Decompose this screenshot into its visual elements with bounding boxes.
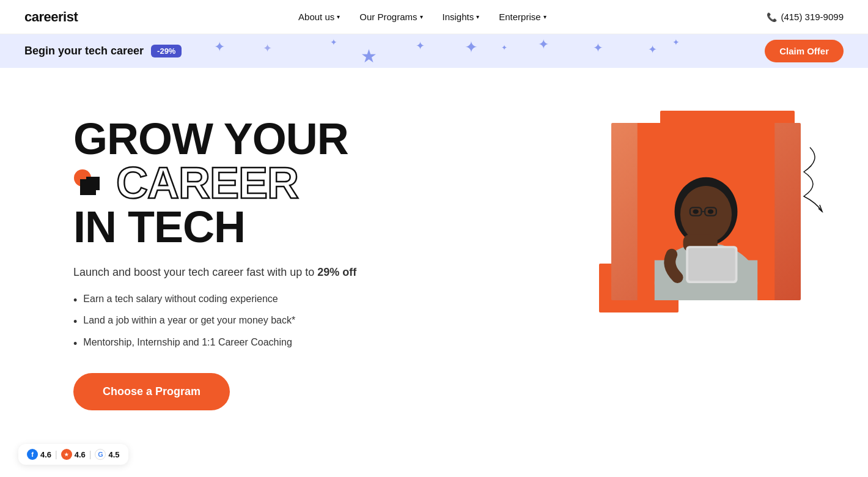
chevron-down-icon: ▾	[337, 13, 340, 20]
facebook-rating: f 4.6	[27, 449, 51, 460]
nav-programs[interactable]: Our Programs ▾	[359, 12, 422, 22]
star-icon: ✦	[214, 39, 225, 55]
star-icon: ✦	[648, 43, 657, 56]
svg-point-10	[708, 209, 713, 213]
nav-about[interactable]: About us ▾	[298, 12, 340, 22]
bullet-2: • Land a job within a year or get your m…	[73, 315, 356, 329]
star-icon: ✦	[416, 39, 425, 53]
banner-text: Begin your tech career	[24, 45, 144, 57]
bullet-dot: •	[73, 294, 77, 308]
navbar: careerist About us ▾ Our Programs ▾ Insi…	[0, 0, 868, 34]
decorative-arrow	[792, 141, 828, 217]
hero-subtitle: Launch and boost your tech career fast w…	[73, 266, 356, 279]
star-icon: ✦	[672, 37, 680, 47]
icon-square-large	[80, 179, 96, 195]
choose-program-button[interactable]: Choose a Program	[73, 373, 230, 410]
star-icon: ✦	[330, 37, 337, 47]
bullet-dot: •	[73, 315, 77, 329]
clutch-rating: ★ 4.6	[61, 449, 86, 460]
star-icon: ✦	[501, 43, 507, 52]
rating-separator: |	[55, 449, 57, 459]
clutch-icon: ★	[61, 449, 72, 460]
phone-number[interactable]: 📞 (415) 319-9099	[767, 12, 844, 22]
svg-rect-13	[688, 248, 735, 281]
logo[interactable]: careerist	[24, 9, 78, 25]
title-career: CAREER	[116, 161, 298, 205]
title-line-2: CAREER	[73, 161, 356, 205]
bullet-dot: •	[73, 337, 77, 351]
banner-left: Begin your tech career -29%	[24, 45, 182, 57]
rating-separator: |	[89, 449, 92, 459]
title-line-3: IN TECH	[73, 205, 356, 249]
promo-banner: ✦ ✦ ✦ ★ ✦ ✦ ✦ ✦ ✦ ✦ ✦ Begin your tech ca…	[0, 34, 868, 68]
star-icon: ✦	[538, 37, 549, 53]
person-illustration	[611, 123, 801, 300]
career-icon	[73, 166, 106, 199]
facebook-icon: f	[27, 449, 38, 460]
title-line-1: GROW YOUR	[73, 117, 356, 161]
discount-badge: -29%	[151, 45, 182, 57]
google-icon: G	[95, 449, 106, 460]
hero-photo	[611, 123, 801, 300]
claim-offer-button[interactable]: Claim Offer	[765, 40, 844, 62]
phone-icon: 📞	[767, 12, 777, 22]
svg-point-9	[693, 209, 698, 213]
star-icon: ✦	[465, 38, 478, 57]
ratings-bar: f 4.6 | ★ 4.6 | G 4.5	[18, 444, 128, 465]
hero-bullets: • Earn a tech salary without coding expe…	[73, 294, 356, 351]
hero-content: GROW YOUR CAREER IN TECH Launch and boos…	[73, 105, 356, 410]
nav-insights[interactable]: Insights ▾	[443, 12, 480, 22]
chevron-down-icon: ▾	[420, 13, 423, 20]
star-icon: ★	[361, 45, 377, 67]
nav-links: About us ▾ Our Programs ▾ Insights ▾ Ent…	[298, 12, 546, 22]
logo-shape	[74, 169, 106, 196]
bullet-1: • Earn a tech salary without coding expe…	[73, 294, 356, 308]
google-rating: G 4.5	[95, 449, 119, 460]
hero-title: GROW YOUR CAREER IN TECH	[73, 117, 356, 249]
star-icon: ✦	[263, 42, 272, 55]
star-icon: ✦	[593, 40, 603, 55]
chevron-down-icon: ▾	[476, 13, 479, 20]
hero-image	[599, 111, 795, 312]
hero-section: GROW YOUR CAREER IN TECH Launch and boos…	[0, 68, 868, 477]
chevron-down-icon: ▾	[543, 13, 546, 20]
bullet-3: • Mentorship, Internship and 1:1 Career …	[73, 337, 356, 351]
nav-enterprise[interactable]: Enterprise ▾	[499, 12, 546, 22]
